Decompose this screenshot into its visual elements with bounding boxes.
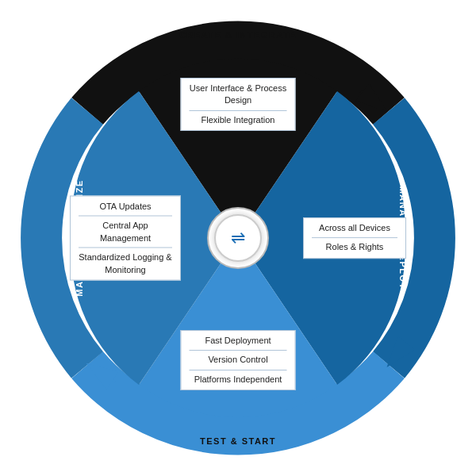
left-row2: Central App Management [79,220,172,248]
quadrant-top-box: User Interface & Process Design Flexible… [181,78,296,131]
center-icon-circle: ⇌ [214,214,262,262]
label-test-start: TEST & START [200,436,276,446]
left-row3: Standardized Logging & Monitoring [79,251,172,276]
bottom-row3: Platforms Independent [190,374,287,386]
top-row2: Flexible Integration [190,114,287,126]
label-create-integrate: CREATE & INTEGRATE [179,30,297,40]
bottom-row1: Fast Deployment [190,335,287,351]
right-row2: Roles & Rights [312,242,397,254]
left-row1: OTA Updates [79,201,172,217]
quadrant-left-box: OTA Updates Central App Management Stand… [70,196,181,281]
sync-icon: ⇌ [231,228,245,248]
right-row1: Across all Devices [312,222,397,238]
quadrant-bottom-box: Fast Deployment Version Control Platform… [181,330,296,390]
bottom-row2: Version Control [190,354,287,370]
quadrant-right-box: Across all Devices Roles & Rights [303,217,406,259]
main-container: CREATE & INTEGRATE TEST & START MAINTAIN… [8,8,468,468]
top-row1: User Interface & Process Design [190,83,287,111]
lifecycle-diagram: CREATE & INTEGRATE TEST & START MAINTAIN… [16,16,460,460]
